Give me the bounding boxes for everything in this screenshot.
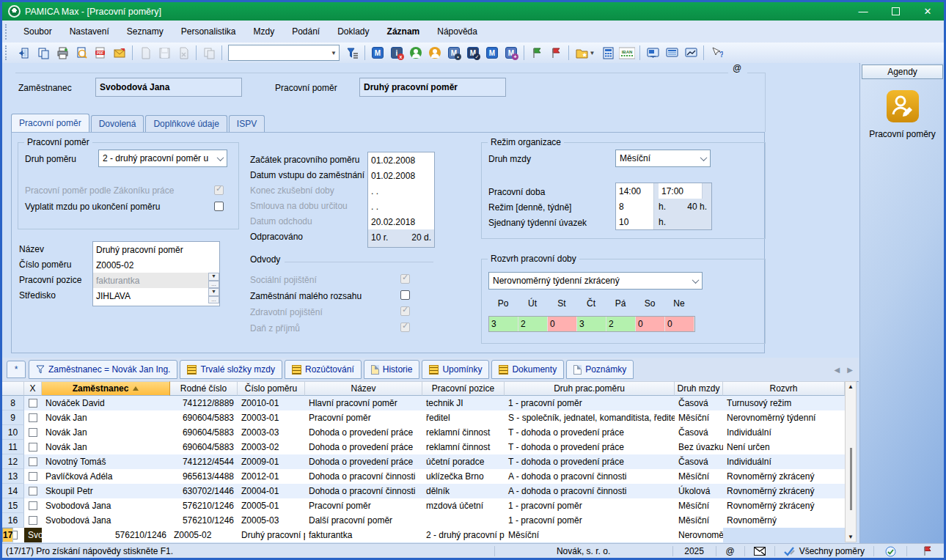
header-cislo-pomeru[interactable]: Číslo poměru (238, 381, 305, 396)
header-pracovni-pozice[interactable]: Pracovní pozice (422, 381, 505, 396)
menu-soubor[interactable]: Soubor (15, 23, 61, 40)
tab-scroll-left-icon[interactable]: ◀ (835, 366, 840, 374)
stredisko-more-button[interactable]: … (208, 296, 219, 304)
pozice-more-button[interactable]: … (208, 281, 219, 289)
druh-pomeru-select[interactable]: 2 - druhý pracovní poměr u (98, 150, 227, 167)
employee-orange-icon[interactable] (425, 44, 444, 62)
table-row[interactable]: 10 Novák Jan 690604/5883 Z0003-03 Dohoda… (2, 425, 857, 440)
payroll-m-icon[interactable]: M (368, 44, 387, 62)
save-record-icon[interactable] (155, 44, 174, 62)
menu-nastaveni[interactable]: Nastavení (61, 23, 118, 40)
employee-exit-icon[interactable]: ix (387, 44, 406, 62)
header-nazev[interactable]: Název (305, 381, 422, 396)
table-row[interactable]: 8 Nováček David 741212/8889 Z0010-01 Hla… (2, 396, 857, 410)
zkusebni-field[interactable]: . . (368, 183, 434, 199)
tab-scroll-right-icon[interactable]: ▶ (847, 366, 853, 374)
employee-green-icon[interactable] (406, 44, 425, 62)
row-checkbox[interactable] (29, 487, 37, 495)
m-plain-icon[interactable]: M (483, 44, 502, 62)
new-record-icon[interactable] (136, 44, 155, 62)
status-company[interactable]: Novák, s. r. o. (499, 546, 668, 556)
email-at-symbol[interactable]: @ (733, 63, 741, 73)
tab-upominky[interactable]: Upomínky (422, 360, 489, 379)
pracovni-pozice-field[interactable]: fakturantka ▼… (93, 273, 219, 288)
tab-poznamky[interactable]: Poznámky (566, 360, 634, 379)
tab-ispv[interactable]: ISPV (229, 115, 265, 132)
pdf-export-icon[interactable]: PDF (91, 44, 110, 62)
delete-record-icon[interactable] (174, 44, 193, 62)
iban-icon[interactable]: IBAN (617, 44, 637, 62)
nazev-field[interactable]: Druhý pracovní poměr (93, 242, 219, 257)
ok-circle-icon[interactable] (879, 546, 902, 557)
green-flag-icon[interactable] (527, 44, 546, 62)
context-help-icon[interactable]: ? (707, 44, 726, 62)
vstup-field[interactable]: 01.02.2008 (368, 168, 434, 183)
header-druh-prac-pomeru[interactable]: Druh prac.poměru (505, 381, 675, 396)
red-flag-icon[interactable] (912, 546, 944, 556)
status-filter[interactable]: Všechny poměry (780, 546, 869, 556)
tab-filter-zamestnanec[interactable]: Zaměstnanec = Novák Jan Ing. (29, 360, 177, 379)
monitor-table-icon[interactable] (662, 44, 681, 62)
tab-doplnkove-udaje[interactable]: Doplňkové údaje (145, 115, 227, 132)
table-row-selected[interactable]: 17 Svobodová Jana 576210/1246 Z0005-02 D… (2, 528, 857, 542)
duplicate-icon[interactable] (34, 44, 53, 62)
row-checkbox[interactable] (29, 501, 37, 510)
chevron-down-icon[interactable]: ▼ (590, 50, 595, 56)
print-icon[interactable] (53, 44, 72, 62)
minimize-button[interactable]: — (847, 2, 879, 21)
filter-icon[interactable] (342, 44, 362, 62)
monitor-chat-icon[interactable] (643, 44, 662, 62)
dan-checkbox[interactable] (400, 323, 410, 332)
tab-pracovni-pomer[interactable]: Pracovní poměr (11, 114, 89, 132)
zakonik-checkbox[interactable] (214, 185, 224, 195)
scrollbar-thumb[interactable] (850, 448, 852, 510)
zdravotni-checkbox[interactable] (400, 306, 410, 316)
cislo-pomeru-field[interactable]: Z0005-02 (93, 257, 219, 273)
red-flag-icon[interactable] (546, 44, 565, 62)
druh-mzdy-select[interactable]: Měsíční (615, 150, 711, 167)
hours-so[interactable]: 0 (636, 317, 665, 331)
rezim-denne-field[interactable]: 8 (616, 199, 654, 214)
header-druh-mzdy[interactable]: Druh mzdy (675, 381, 723, 396)
maximize-button[interactable] (879, 2, 912, 21)
menu-napoveda[interactable]: Nápověda (428, 23, 486, 40)
menu-personalistika[interactable]: Personalistika (172, 23, 245, 40)
scroll-up-icon[interactable]: ▲ (846, 383, 856, 390)
socialni-checkbox[interactable] (400, 274, 410, 284)
hours-pa[interactable]: 2 (606, 317, 636, 331)
row-checkbox[interactable] (29, 413, 37, 422)
odchod-field[interactable]: 20.02.2018 (368, 214, 434, 229)
hours-st[interactable]: 0 (548, 317, 577, 331)
hours-ut[interactable]: 2 (518, 317, 548, 331)
table-row[interactable]: 11 Novák Jan 690604/5883 Z0003-02 Dohoda… (2, 440, 857, 454)
header-zamestnanec[interactable]: Zaměstnanec (42, 381, 170, 396)
agendy-header[interactable]: Agendy (862, 65, 943, 79)
m-clock-icon[interactable]: M• (444, 44, 463, 62)
tab-dokumenty[interactable]: Dokumenty (491, 360, 564, 379)
stredisko-field[interactable]: JIHLAVA ▼… (93, 288, 219, 303)
table-row[interactable]: 9 Novák Jan 690604/5883 Z0003-01 Pracovn… (2, 410, 857, 425)
header-rozvrh[interactable]: Rozvrh (723, 381, 845, 396)
tab-rozuctovani[interactable]: Rozúčtování (285, 360, 362, 379)
table-scrollbar[interactable]: ▲ ▼ (845, 381, 857, 542)
doba-do-field[interactable]: 17:00 (659, 183, 703, 199)
menu-seznamy[interactable]: Seznamy (118, 23, 172, 40)
table-row[interactable]: 13 Pavlíčková Adéla 965613/4488 Z0012-01… (2, 469, 857, 484)
menu-zaznam[interactable]: Záznam (378, 23, 429, 40)
employee-field[interactable]: Svobodová Jana (95, 78, 242, 97)
exit-icon[interactable] (15, 44, 34, 62)
status-year[interactable]: 2025 (678, 546, 711, 556)
hours-po[interactable]: 3 (489, 317, 518, 331)
chevron-down-icon[interactable]: ▼ (329, 45, 339, 60)
doba-od-field[interactable]: 14:00 (616, 183, 654, 199)
hours-ct[interactable]: 3 (577, 317, 606, 331)
menu-podani[interactable]: Podání (283, 23, 329, 40)
rozvrh-select[interactable]: Nerovnoměrný týdenní zkrácený (488, 272, 703, 290)
close-button[interactable]: ✕ (912, 2, 944, 21)
agenda-pracovni-pomery[interactable]: Pracovní poměry (860, 89, 945, 139)
row-checkbox[interactable] (29, 516, 37, 525)
uvazek-field[interactable]: 10 (616, 214, 654, 229)
pozice-dropdown-button[interactable]: ▼ (208, 273, 219, 281)
menu-doklady[interactable]: Doklady (329, 23, 378, 40)
scroll-down-icon[interactable]: ▼ (846, 534, 856, 540)
